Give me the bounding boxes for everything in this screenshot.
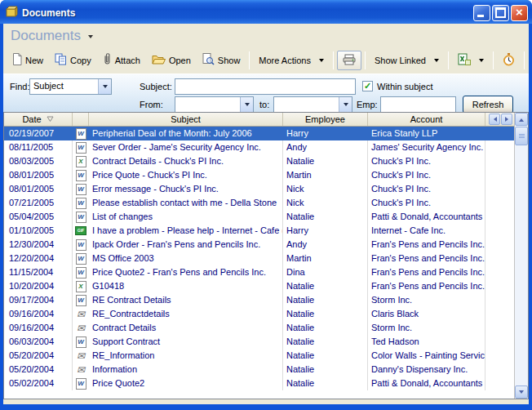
row-date: 08/01/2005 (4, 182, 73, 196)
copy-button[interactable]: Copy (49, 50, 97, 70)
show-button[interactable]: Show (197, 50, 246, 70)
table-row[interactable]: 05/04/2005 List of changes Natalie Patti… (4, 210, 514, 224)
open-button[interactable]: Open (146, 51, 197, 69)
scroll-left-button[interactable] (489, 114, 500, 125)
row-date: 05/20/2004 (4, 349, 73, 363)
row-employee: Natalie (283, 363, 368, 377)
row-subject: Ipack Order - Fran's Pens and Pencils In… (89, 238, 283, 252)
excel-doc-icon (76, 281, 86, 292)
column-header-subject[interactable]: Subject (89, 113, 283, 126)
subject-input[interactable] (175, 78, 356, 95)
row-account: Patti & Donald, Accountants LLP (368, 210, 485, 224)
row-employee: Martin (283, 252, 368, 265)
emp-input[interactable] (380, 96, 456, 113)
emp-label: Emp: (357, 100, 378, 109)
within-subject-checkbox[interactable] (362, 81, 373, 91)
find-field-select[interactable]: Subject (29, 78, 112, 95)
row-subject: RE Contract Details (89, 293, 283, 307)
table-row[interactable]: 12/30/2004 Ipack Order - Fran's Pens and… (4, 238, 514, 252)
row-account: Ted Hadson (368, 335, 485, 349)
paperclip-icon (103, 53, 112, 67)
table-row[interactable]: 09/16/2004 RE_Contractdetails Natalie Cl… (4, 307, 514, 321)
table-row[interactable]: 08/11/2005 Sever Order - Jame's Security… (4, 140, 514, 154)
row-account: Storm Inc. (368, 321, 485, 335)
show-linked-button[interactable]: Show Linked (369, 52, 445, 69)
column-header-date[interactable]: Date (4, 113, 73, 126)
table-row[interactable]: 10/20/2004 G10418 Natalie Fran's Pens an… (4, 279, 514, 293)
minimize-button[interactable] (473, 5, 490, 21)
table-row[interactable]: 11/15/2004 Price Quote2 - Fran's Pens an… (4, 265, 514, 279)
row-date: 10/20/2004 (4, 279, 73, 293)
word-doc-icon (76, 267, 86, 279)
row-employee: Andy (283, 140, 368, 154)
close-button[interactable] (511, 5, 528, 21)
row-date: 07/21/2005 (4, 196, 73, 210)
dropdown-arrow-icon[interactable] (98, 79, 111, 94)
column-header-account[interactable]: Account (368, 113, 485, 126)
row-employee: Natalie (283, 349, 368, 363)
row-account: Fran's Pens and Pencils Inc. (368, 265, 485, 279)
row-date: 12/20/2004 (4, 252, 73, 265)
timer-button[interactable] (497, 50, 521, 71)
new-document-icon (12, 53, 22, 67)
documents-table: Date Subject Employee Account 02/19/2007… (3, 112, 529, 399)
dropdown-arrow-icon[interactable] (339, 97, 352, 112)
print-button[interactable] (337, 51, 361, 70)
row-employee: Harry (283, 224, 368, 238)
to-date-select[interactable] (273, 96, 352, 113)
filter-panel: Find: Subject Subject: Within subject Fr… (3, 74, 529, 112)
word-doc-icon (76, 212, 86, 223)
table-row[interactable]: 05/20/2004 Information Natalie Danny's D… (4, 363, 514, 377)
export-excel-button[interactable] (452, 50, 490, 70)
refresh-button[interactable]: Refresh (463, 96, 513, 114)
row-date: 05/20/2004 (4, 363, 73, 377)
scroll-down-button[interactable] (515, 385, 528, 399)
row-employee: Nick (283, 196, 368, 210)
view-header: Documents (3, 24, 529, 47)
titlebar[interactable]: Documents (0, 0, 532, 24)
row-subject: Price Quote - Chuck's PI Inc. (89, 168, 283, 182)
maximize-button[interactable] (492, 5, 509, 21)
table-header: Date Subject Employee Account (4, 113, 528, 127)
row-account: Fran's Pens and Pencils Inc. (368, 252, 485, 265)
table-row[interactable]: 08/03/2005 Contract Details - Chuck's PI… (4, 154, 514, 168)
row-employee: Natalie (283, 154, 368, 168)
row-subject: MS Office 2003 (89, 252, 283, 265)
row-subject: I have a problem - Please help - Interne… (89, 224, 283, 238)
navigate-up-button[interactable] (528, 51, 532, 70)
column-header-employee[interactable]: Employee (283, 113, 368, 126)
table-row[interactable]: 01/10/2005 I have a problem - Please hel… (4, 224, 514, 238)
column-header-doctype[interactable] (73, 113, 89, 126)
row-employee: Natalie (283, 377, 368, 390)
table-row[interactable]: 05/20/2004 RE_Information Natalie Color … (4, 349, 514, 363)
table-row[interactable]: 08/01/2005 Price Quote - Chuck's PI Inc.… (4, 168, 514, 182)
table-row[interactable]: 06/03/2004 Support Contract Natalie Ted … (4, 335, 514, 349)
scroll-right-button[interactable] (501, 114, 512, 125)
scroll-up-button[interactable] (515, 113, 528, 126)
table-row[interactable]: 02/19/2007 Peripherial Deal of the Month… (4, 127, 514, 140)
row-subject: RE_Information (89, 349, 283, 363)
more-actions-button[interactable]: More Actions (253, 52, 330, 69)
view-menu-caret-icon[interactable] (88, 35, 93, 41)
row-subject: Error message - Chuck's PI Inc. (89, 182, 283, 196)
attach-button[interactable]: Attach (97, 50, 146, 70)
table-row[interactable]: 08/01/2005 Error message - Chuck's PI In… (4, 182, 514, 196)
row-subject: Peripherial Deal of the Month: July 2006 (89, 127, 283, 140)
right-arrow-icon (505, 117, 511, 122)
copy-icon (55, 53, 67, 67)
toolbar-separator (524, 51, 525, 69)
row-account: Danny's Dispensary Inc. (368, 363, 485, 377)
vertical-scrollbar[interactable] (514, 113, 528, 399)
from-date-select[interactable] (175, 96, 254, 113)
new-button[interactable]: New (7, 50, 49, 70)
row-employee: Natalie (283, 293, 368, 307)
table-row[interactable]: 09/16/2004 Contract Details Natalie Stor… (4, 321, 514, 335)
table-row[interactable]: 05/02/2004 Price Quote2 Natalie Patti & … (4, 377, 514, 390)
table-row[interactable]: 09/17/2004 RE Contract Details Natalie S… (4, 293, 514, 307)
from-label: From: (140, 100, 163, 109)
scrollbar-thumb[interactable] (515, 127, 528, 145)
table-row[interactable]: 07/21/2005 Please establish contact with… (4, 196, 514, 210)
dropdown-arrow-icon[interactable] (240, 97, 253, 112)
table-row[interactable]: 12/20/2004 MS Office 2003 Martin Fran's … (4, 252, 514, 265)
header-scroll-buttons (485, 113, 514, 126)
